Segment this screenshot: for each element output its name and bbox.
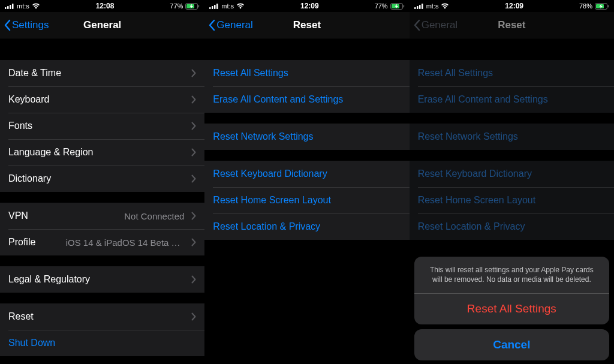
svg-rect-8 [212,6,213,9]
chevron-left-icon [4,19,11,31]
signal-icon [414,3,424,9]
cell-label: Reset Home Screen Layout [418,195,536,206]
chevron-right-icon [191,312,196,321]
nav-bar: General Reset [410,12,614,38]
chevron-right-icon [191,175,196,183]
wifi-icon [32,3,40,9]
cancel-button[interactable]: Cancel [414,329,609,360]
cell-language-region[interactable]: Language & Region [0,139,204,166]
cell-label: Reset [8,311,34,322]
settings-list: Date & Time Keyboard Fonts Language & Re… [0,38,204,364]
status-bar: mt:s 12:08 77% [0,0,204,12]
reset-keyboard-button: Reset Keyboard Dictionary [410,161,614,187]
wifi-icon [441,3,449,9]
carrier-label: mt:s [221,2,234,10]
svg-rect-20 [607,5,609,7]
status-bar: mt:s 12:09 78% [410,0,614,12]
chevron-left-icon [208,19,215,31]
action-sheet: This will reset all settings and your Ap… [414,257,609,360]
reset-location-privacy-button[interactable]: Reset Location & Privacy [204,213,409,240]
svg-rect-1 [7,6,9,9]
cell-label: Erase All Content and Settings [418,94,548,105]
cell-label: Profile [8,237,35,248]
svg-rect-0 [5,7,7,9]
sheet-message: This will reset all settings and your Ap… [414,257,609,293]
clock: 12:09 [449,2,579,10]
reset-network-button: Reset Network Settings [410,124,614,150]
back-button[interactable]: General [204,19,252,31]
reset-network-button[interactable]: Reset Network Settings [204,124,409,150]
reset-all-settings-button[interactable]: Reset All Settings [204,60,409,86]
reset-list: Reset All Settings Erase All Content and… [204,38,409,364]
cell-label: Reset Home Screen Layout [213,195,331,206]
battery-charging-icon [595,3,609,10]
status-bar: mt:s 12:09 77% [204,0,409,12]
erase-all-button[interactable]: Erase All Content and Settings [204,86,409,113]
cell-label: Keyboard [8,94,50,105]
cell-shut-down[interactable]: Shut Down [0,330,204,356]
cell-label: Reset Keyboard Dictionary [418,169,532,179]
carrier-label: mt:s [426,2,439,10]
svg-rect-13 [403,5,404,7]
confirm-reset-button[interactable]: Reset All Settings [414,293,609,324]
back-button[interactable]: Settings [0,19,49,31]
back-label: Settings [12,19,49,31]
cell-label: Shut Down [8,338,55,348]
svg-rect-15 [417,6,419,9]
reset-home-layout-button[interactable]: Reset Home Screen Layout [204,187,409,213]
battery-percent: 77% [375,2,388,10]
cell-label: Reset All Settings [213,68,288,79]
cell-label: Date & Time [8,68,61,79]
svg-rect-3 [12,4,14,9]
battery-percent: 77% [170,2,183,10]
reset-home-layout-button: Reset Home Screen Layout [410,187,614,213]
cell-value: iOS 14 & iPadOS 14 Beta Softwar… [66,237,188,248]
cell-label: Erase All Content and Settings [213,94,343,105]
svg-rect-9 [214,5,216,9]
carrier-label: mt:s [17,2,29,10]
chevron-right-icon [191,212,196,220]
cell-label: Language & Region [8,147,93,158]
cell-vpn[interactable]: VPN Not Connected [0,203,204,229]
back-label: General [422,19,458,31]
cell-keyboard[interactable]: Keyboard [0,86,204,113]
cell-reset[interactable]: Reset [0,303,204,330]
chevron-right-icon [191,148,196,157]
wifi-icon [236,3,245,9]
reset-location-privacy-button: Reset Location & Privacy [410,213,614,240]
screen-reset-confirm: mt:s 12:09 78% General Reset [410,0,614,364]
screen-reset: mt:s 12:09 77% General Reset [204,0,409,364]
cell-dictionary[interactable]: Dictionary [0,166,204,192]
cell-label: Reset Network Settings [213,131,313,142]
cell-profile[interactable]: Profile iOS 14 & iPadOS 14 Beta Softwar… [0,229,204,255]
cell-date-time[interactable]: Date & Time [0,60,204,86]
reset-keyboard-button[interactable]: Reset Keyboard Dictionary [204,161,409,187]
battery-charging-icon [390,3,405,10]
svg-rect-14 [414,7,416,9]
svg-rect-17 [422,4,423,9]
battery-percent: 78% [579,2,592,10]
chevron-right-icon [191,122,196,130]
cell-legal-regulatory[interactable]: Legal & Regulatory [0,266,204,293]
clock: 12:08 [40,2,170,10]
cell-fonts[interactable]: Fonts [0,113,204,139]
reset-all-settings-button: Reset All Settings [410,60,614,86]
svg-rect-2 [10,5,11,9]
nav-bar: Settings General [0,12,204,38]
battery-charging-icon [185,3,200,10]
chevron-left-icon [413,19,420,31]
signal-icon [209,3,219,9]
clock: 12:09 [245,2,375,10]
cell-value: Not Connected [124,211,188,221]
cell-label: Reset Location & Privacy [213,221,320,232]
chevron-right-icon [191,69,196,77]
cell-label: Reset Network Settings [418,131,518,142]
cell-label: Reset Location & Privacy [418,221,525,232]
chevron-right-icon [191,95,196,104]
cell-label: Fonts [8,121,32,131]
svg-rect-6 [198,5,200,7]
back-button: General [410,19,458,31]
svg-rect-7 [209,7,211,9]
erase-all-button: Erase All Content and Settings [410,86,614,113]
svg-rect-16 [419,5,421,9]
